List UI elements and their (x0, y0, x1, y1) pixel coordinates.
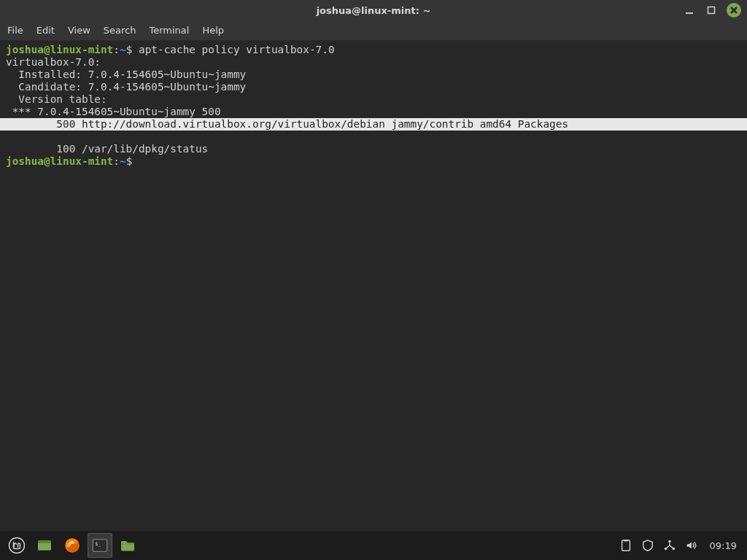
start-menu-button[interactable] (4, 533, 29, 558)
show-desktop-button[interactable] (32, 533, 57, 558)
close-button[interactable] (727, 3, 741, 18)
terminal-line: Candidate: 7.0.4-154605~Ubuntu~jammy (6, 81, 246, 93)
terminal-line: joshua@linux-mint:~$ (6, 155, 139, 167)
terminal-viewport[interactable]: joshua@linux-mint:~$ apt-cache policy vi… (0, 41, 747, 531)
menu-help[interactable]: Help (202, 25, 224, 36)
close-icon (730, 7, 738, 14)
system-tray: 09:19 (619, 539, 743, 552)
window-titlebar[interactable]: joshua@linux-mint: ~ (0, 0, 747, 20)
folder-icon (119, 537, 136, 554)
clipboard-icon (619, 539, 632, 552)
desktop-icon (36, 537, 53, 554)
terminal-line: 100 /var/lib/dpkg/status (6, 143, 208, 155)
prompt-sigil: $ (126, 44, 133, 55)
terminal-taskbar-button[interactable]: $_ (88, 533, 112, 558)
prompt-user: joshua@linux-mint (6, 44, 113, 55)
taskbar-left: $_ (4, 533, 140, 558)
window-title: joshua@linux-mint: ~ (0, 5, 747, 16)
tray-network[interactable] (663, 539, 676, 552)
firefox-launcher[interactable] (60, 533, 85, 558)
files-launcher[interactable] (115, 533, 140, 558)
svg-text:$_: $_ (95, 541, 101, 547)
shield-icon (641, 539, 654, 552)
prompt-colon: : (113, 155, 120, 167)
volume-icon (685, 539, 698, 552)
prompt-path: ~ (120, 44, 126, 55)
svg-rect-1 (708, 7, 715, 14)
terminal-line: virtualbox-7.0: (6, 56, 101, 68)
svg-rect-11 (121, 543, 134, 545)
prompt-sigil: $ (126, 155, 133, 167)
tray-security[interactable] (641, 539, 654, 552)
firefox-icon (63, 537, 81, 554)
svg-rect-6 (38, 540, 51, 543)
maximize-button[interactable] (705, 4, 718, 17)
prompt-user: joshua@linux-mint (6, 155, 113, 167)
taskbar-clock[interactable]: 09:19 (710, 540, 737, 551)
maximize-icon (707, 6, 716, 15)
terminal-line-highlighted: 500 http://download.virtualbox.org/virtu… (0, 118, 747, 131)
menu-view[interactable]: View (68, 25, 90, 36)
minimize-button[interactable] (683, 4, 696, 17)
svg-point-4 (9, 538, 25, 553)
prompt-path: ~ (120, 155, 126, 167)
tray-volume[interactable] (685, 539, 698, 552)
minimize-icon (685, 6, 694, 15)
terminal-window: joshua@linux-mint: ~ File Edit View Sear… (0, 0, 747, 531)
menu-search[interactable]: Search (104, 25, 136, 36)
terminal-line: joshua@linux-mint:~$ apt-cache policy vi… (6, 44, 335, 55)
command-text: apt-cache policy virtualbox-7.0 (139, 44, 335, 55)
window-controls (683, 3, 741, 18)
terminal-line: *** 7.0.4-154605~Ubuntu~jammy 500 (6, 106, 221, 117)
svg-rect-13 (624, 540, 627, 542)
prompt-colon: : (113, 44, 120, 55)
terminal-line: Installed: 7.0.4-154605~Ubuntu~jammy (6, 69, 246, 80)
menu-file[interactable]: File (7, 25, 23, 36)
tray-clipboard[interactable] (619, 539, 632, 552)
terminal-icon: $_ (91, 537, 109, 554)
network-icon (663, 539, 676, 552)
svg-rect-12 (622, 540, 630, 551)
menubar: File Edit View Search Terminal Help (0, 20, 747, 41)
mint-logo-icon (8, 537, 26, 554)
menu-edit[interactable]: Edit (36, 25, 55, 36)
terminal-line: Version table: (6, 93, 107, 105)
menu-terminal[interactable]: Terminal (149, 25, 189, 36)
taskbar: $_ (0, 531, 747, 560)
svg-point-14 (668, 540, 671, 543)
